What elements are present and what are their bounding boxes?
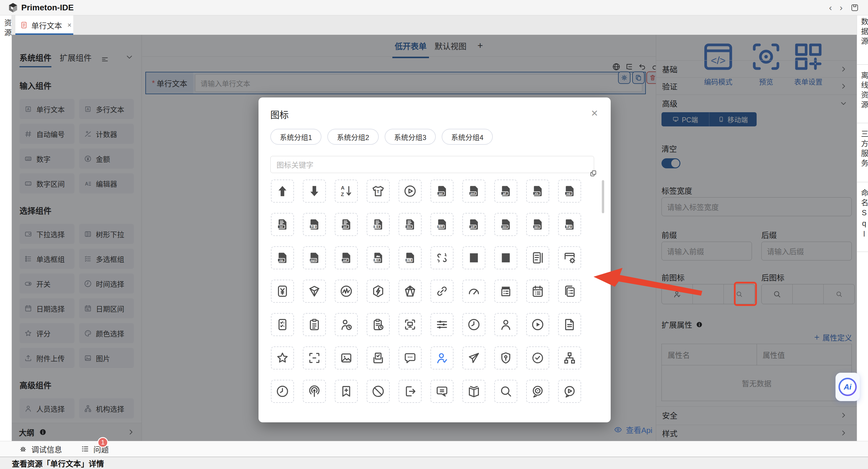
icon-clip-list[interactable] <box>303 313 326 336</box>
scrollbar-thumb[interactable] <box>602 180 604 213</box>
icon-person[interactable] <box>494 313 517 336</box>
icon-file-视频[interactable]: 视频 <box>399 246 422 269</box>
icon-file-ppt[interactable]: ppt <box>430 180 454 202</box>
icon-broken-link[interactable] <box>430 246 454 269</box>
titlebar: Primeton-IDE ‹ › <box>0 0 868 15</box>
icon-person-clock[interactable] <box>335 313 358 336</box>
icon-bookmark-plus[interactable] <box>335 380 358 403</box>
icon-gauge[interactable] <box>462 280 486 303</box>
icon-msg-dots[interactable] <box>399 346 422 370</box>
app-title: Primeton-IDE <box>21 3 73 12</box>
icon-square[interactable] <box>494 246 517 269</box>
right-rail-item-2[interactable]: 离线资源 <box>859 71 868 111</box>
icon-file-附件[interactable]: 附件 <box>430 213 454 236</box>
icon-tshirt[interactable]: T <box>367 180 390 202</box>
icon-file-gif[interactable]: gif <box>494 180 517 202</box>
icon-doc-text[interactable] <box>558 313 581 336</box>
icon-search[interactable] <box>494 380 517 403</box>
icon-play-solid[interactable] <box>526 313 549 336</box>
icon-file-swf[interactable]: swf <box>335 246 358 269</box>
ai-assistant-button[interactable]: Ai <box>836 373 860 401</box>
icon-file-psd[interactable]: psd <box>462 180 486 202</box>
icon-file-img-图片[interactable]: 图片 <box>367 246 390 269</box>
icon-stack-list[interactable] <box>558 280 581 303</box>
tab-close-icon[interactable]: × <box>67 21 71 29</box>
page-copy-icon[interactable] <box>589 169 597 177</box>
app-window: Primeton-IDE ‹ › 单行文本 × 资源 数据源离线资源三方服务命名… <box>0 0 868 469</box>
icon-file-exe[interactable]: exe <box>494 213 517 236</box>
icon-file-lines-txt[interactable]: txt <box>271 213 294 236</box>
close-icon[interactable]: ✕ <box>591 108 598 119</box>
right-rail-item-3[interactable]: 三方服务 <box>859 130 868 169</box>
icon-file-lines-doc[interactable]: doc <box>399 213 422 236</box>
icon-org[interactable] <box>558 346 581 370</box>
icon-ban[interactable] <box>367 380 390 403</box>
svg-text:凭证: 凭证 <box>565 225 571 228</box>
icon-group-3[interactable]: 系统分组3 <box>385 129 436 145</box>
icon-phone-check[interactable] <box>271 313 294 336</box>
icon-exit[interactable] <box>399 380 422 403</box>
icon-file-zip[interactable]: zip <box>271 246 294 269</box>
icon-user-check[interactable] <box>430 346 454 370</box>
icon-file-lines-avi[interactable]: avi <box>335 213 358 236</box>
icon-file-lines-图文[interactable]: 图文 <box>367 213 390 236</box>
icon-inbox-check[interactable] <box>367 346 390 370</box>
save-icon[interactable] <box>850 3 859 12</box>
icon-clip-clock[interactable] <box>367 313 390 336</box>
right-rail-item-4[interactable]: 命名Sql <box>859 189 868 241</box>
icon-tri-logo[interactable] <box>303 280 326 303</box>
nav-forward-icon[interactable]: › <box>840 3 843 12</box>
icon-file-sql[interactable]: sql <box>558 180 581 202</box>
icon-monitor-brackets[interactable] <box>399 313 422 336</box>
icon-book-v[interactable] <box>462 380 486 403</box>
icon-file-外链[interactable]: 外链 <box>303 213 326 236</box>
icon-file-eps[interactable]: eps <box>526 213 549 236</box>
svg-text:xls: xls <box>535 192 538 195</box>
icon-sort-az[interactable]: AZ <box>335 180 358 202</box>
icon-clock[interactable] <box>271 380 294 403</box>
nav-back-icon[interactable]: ‹ <box>829 3 832 12</box>
left-rail-label: 资源 <box>2 19 13 38</box>
icon-clock[interactable] <box>462 313 486 336</box>
icon-spiral[interactable] <box>526 380 549 403</box>
icon-link[interactable] <box>430 280 454 303</box>
icon-group-4[interactable]: 系统分组4 <box>442 129 493 145</box>
icon-plane[interactable] <box>462 346 486 370</box>
document-icon <box>20 21 28 29</box>
icon-gem[interactable] <box>399 280 422 303</box>
icon-star[interactable] <box>271 346 294 370</box>
tab-single-line-text[interactable]: 单行文本 × <box>16 15 73 35</box>
icon-device-gear[interactable] <box>558 246 581 269</box>
icon-shield-key[interactable] <box>494 346 517 370</box>
icon-sliders[interactable] <box>430 313 454 336</box>
icon-badge-check[interactable] <box>526 346 549 370</box>
icon-file-xls[interactable]: xls <box>526 180 549 202</box>
icon-image[interactable] <box>335 346 358 370</box>
icon-group-2[interactable]: 系统分组2 <box>327 129 378 145</box>
icon-form-pen[interactable] <box>526 246 549 269</box>
svg-text:A: A <box>341 185 344 191</box>
icon-hex-bolt[interactable] <box>367 280 390 303</box>
icon-archive-list[interactable] <box>494 280 517 303</box>
icon-calendar-list[interactable] <box>526 280 549 303</box>
icon-circle-wave[interactable] <box>335 280 358 303</box>
status-bar: 查看资源「单行文本」详情 <box>0 457 868 469</box>
icon-group-1[interactable]: 系统分组1 <box>270 129 321 145</box>
debug-icon <box>19 445 27 453</box>
icon-msg-lines[interactable] <box>430 380 454 403</box>
icon-file-pdf[interactable]: pdf <box>462 213 486 236</box>
left-rail-resources[interactable]: 资源 <box>0 15 12 441</box>
icon-file-凭证[interactable]: 凭证 <box>558 213 581 236</box>
icon-arrow-down[interactable] <box>303 180 326 202</box>
debug-info-button[interactable]: 调试信息 <box>19 444 62 455</box>
icon-search-input[interactable]: 图标关键字 <box>270 156 594 173</box>
icon-yen-card[interactable] <box>271 280 294 303</box>
icon-crop[interactable] <box>303 346 326 370</box>
icon-play-circle[interactable] <box>399 180 422 202</box>
icon-file-mp3[interactable]: mp3 <box>303 246 326 269</box>
right-rail-item-1[interactable]: 数据源 <box>859 18 868 47</box>
icon-arrow-up[interactable] <box>271 180 294 202</box>
icon-square[interactable] <box>462 246 486 269</box>
icon-podcast[interactable] <box>303 380 326 403</box>
icon-play-bubble[interactable] <box>558 380 581 403</box>
